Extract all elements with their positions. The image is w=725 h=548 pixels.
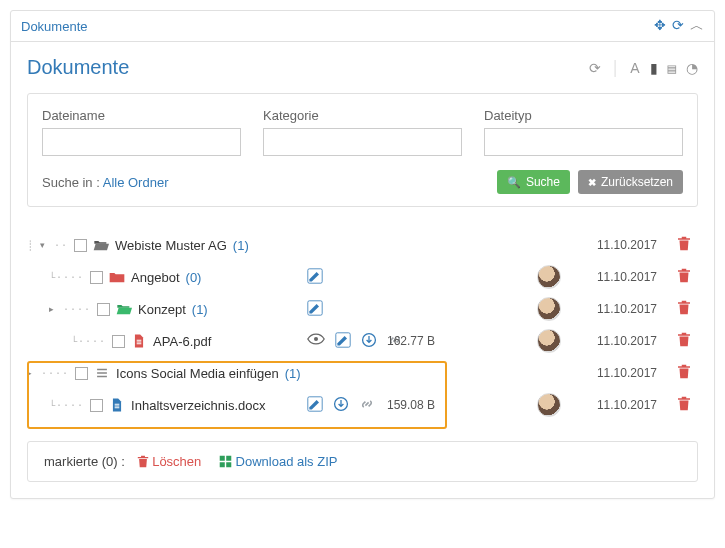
row-date: 11.10.2017 xyxy=(583,238,663,252)
edit-icon[interactable] xyxy=(307,300,323,319)
search-panel: Dateiname Kategorie Dateityp Suche in : … xyxy=(27,93,698,207)
bulk-actions-bar: markierte (0) : Löschen Download als ZIP xyxy=(27,441,698,482)
font-icon[interactable]: A xyxy=(630,60,639,76)
file-red-icon xyxy=(131,334,147,348)
download-icon[interactable] xyxy=(333,396,349,415)
marked-count: markierte (0) : xyxy=(44,454,125,469)
download-icon[interactable] xyxy=(361,332,377,351)
row-date: 11.10.2017 xyxy=(583,270,663,284)
folder-open-icon xyxy=(93,238,109,252)
avatar[interactable] xyxy=(537,393,561,417)
edit-icon[interactable] xyxy=(307,268,323,287)
avatar[interactable] xyxy=(537,265,561,289)
refresh-icon-small[interactable]: ⟳ xyxy=(589,60,601,76)
avatar[interactable] xyxy=(537,329,561,353)
edit-icon[interactable] xyxy=(307,396,323,415)
avatar[interactable] xyxy=(537,297,561,321)
title-toolbar: ⟳ │ A ▮ ▤ ◔ xyxy=(589,60,698,76)
clock-icon[interactable]: ◔ xyxy=(686,60,698,76)
move-icon[interactable]: ✥ xyxy=(654,17,666,35)
refresh-icon[interactable]: ⟳ xyxy=(672,17,684,35)
panel-title[interactable]: Dokumente xyxy=(21,19,654,34)
row-date: 11.10.2017 xyxy=(583,302,663,316)
delete-icon[interactable] xyxy=(663,268,691,286)
bulk-delete-link[interactable]: Löschen xyxy=(137,454,202,469)
row-size: 162.77 B xyxy=(387,334,537,348)
filetype-label: Dateityp xyxy=(484,108,683,123)
bulk-download-zip-link[interactable]: Download als ZIP xyxy=(219,454,338,469)
row-date: 11.10.2017 xyxy=(583,398,663,412)
expand-icon[interactable]: ▸ xyxy=(49,304,57,314)
folder-red-icon xyxy=(109,270,125,284)
collapse-icon[interactable]: ▾ xyxy=(40,240,48,250)
filename-input[interactable] xyxy=(42,128,241,156)
file-blue-icon xyxy=(109,398,125,412)
delete-icon[interactable] xyxy=(663,332,691,350)
row-checkbox[interactable] xyxy=(112,335,125,348)
page-icon[interactable]: ▮ xyxy=(650,60,658,76)
edit-icon[interactable] xyxy=(335,332,351,351)
delete-icon[interactable] xyxy=(663,300,691,318)
row-checkbox[interactable] xyxy=(90,271,103,284)
search-button[interactable]: 🔍Suche xyxy=(497,170,570,194)
row-checkbox[interactable] xyxy=(97,303,110,316)
tree-row-file[interactable]: └···· Inhaltsverzeichnis.docx 159.08 B 1… xyxy=(27,389,698,421)
row-checkbox[interactable] xyxy=(74,239,87,252)
expand-icon[interactable]: ▸ xyxy=(27,368,35,378)
folder-green-icon xyxy=(116,302,132,316)
preview-icon[interactable] xyxy=(307,332,325,351)
delete-icon[interactable] xyxy=(663,364,691,382)
row-checkbox[interactable] xyxy=(75,367,88,380)
filename-label: Dateiname xyxy=(42,108,241,123)
panel-header: Dokumente ✥ ⟳ ︿ xyxy=(11,11,714,42)
category-input[interactable] xyxy=(263,128,462,156)
tree-row-folder[interactable]: └···· Angebot (0) 11.10.2017 xyxy=(27,261,698,293)
chevron-up-icon[interactable]: ︿ xyxy=(690,17,704,35)
document-tree: ┊▾·· Webiste Muster AG (1) 11.10.2017 └·… xyxy=(27,225,698,425)
search-in-text: Suche in : Alle Ordner xyxy=(42,175,489,190)
row-size: 159.08 B xyxy=(387,398,537,412)
tree-row-file[interactable]: └···· APA-6.pdf 162.77 B 11.10.2017 xyxy=(27,325,698,357)
reset-button[interactable]: ✖Zurücksetzen xyxy=(578,170,683,194)
list-icon xyxy=(94,366,110,380)
search-icon: 🔍 xyxy=(507,176,521,189)
filetype-input[interactable] xyxy=(484,128,683,156)
delete-icon[interactable] xyxy=(663,396,691,414)
link-icon[interactable] xyxy=(359,396,375,415)
documents-panel: Dokumente ✥ ⟳ ︿ Dokumente ⟳ │ A ▮ ▤ ◔ Da… xyxy=(10,10,715,499)
tree-row-task[interactable]: ▸···· Icons Social Media einfügen (1) 11… xyxy=(27,357,698,389)
row-date: 11.10.2017 xyxy=(583,334,663,348)
toolbar-divider: │ xyxy=(611,60,620,76)
close-icon: ✖ xyxy=(588,177,596,188)
tree-row-root[interactable]: ┊▾·· Webiste Muster AG (1) 11.10.2017 xyxy=(27,229,698,261)
row-date: 11.10.2017 xyxy=(583,366,663,380)
search-in-link[interactable]: Alle Ordner xyxy=(103,175,169,190)
list-icon[interactable]: ▤ xyxy=(668,60,676,76)
delete-icon[interactable] xyxy=(663,236,691,254)
tree-row-folder[interactable]: ▸···· Konzept (1) 11.10.2017 xyxy=(27,293,698,325)
page-title: Dokumente xyxy=(27,56,589,79)
row-checkbox[interactable] xyxy=(90,399,103,412)
category-label: Kategorie xyxy=(263,108,462,123)
